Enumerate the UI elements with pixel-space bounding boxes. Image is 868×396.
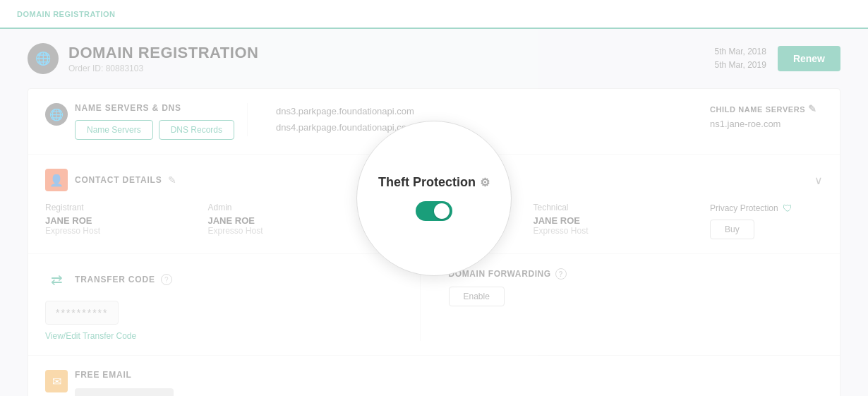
theft-icon: ⚙: [480, 176, 490, 189]
toggle-track: [416, 201, 452, 221]
theft-toggle[interactable]: [416, 201, 452, 221]
toggle-thumb: [434, 203, 450, 219]
modal-title-text: Theft Protection: [378, 175, 476, 190]
modal-overlay[interactable]: Theft Protection ⚙: [0, 0, 868, 396]
theft-protection-modal: Theft Protection ⚙: [356, 121, 512, 276]
